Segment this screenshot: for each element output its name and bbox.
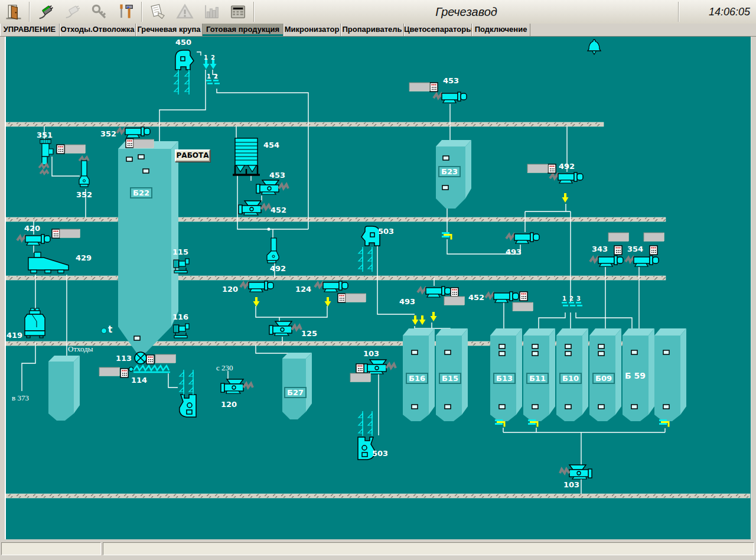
temperature-dot[interactable] [102, 328, 107, 334]
bin-label-b13[interactable]: Б13 [493, 373, 516, 384]
feeder-453-mid[interactable] [256, 180, 288, 194]
indicator-420[interactable] [52, 229, 60, 238]
feeder-125[interactable] [269, 321, 301, 336]
elevator-boot-120[interactable] [180, 395, 196, 417]
conveyor-493-top[interactable] [506, 233, 539, 243]
bin-label-b23[interactable]: Б23 [438, 166, 461, 177]
device-panel-button[interactable] [224, 1, 251, 23]
settings-button[interactable] [112, 1, 139, 23]
level-sensor [631, 405, 637, 409]
bucket-chain-450 [174, 70, 178, 95]
duct-492-mid[interactable] [267, 238, 279, 263]
indicator-352[interactable] [126, 139, 133, 148]
conveyor-453-top[interactable] [434, 92, 467, 103]
bin-label-b27[interactable]: Б27 [284, 387, 307, 398]
screw-114[interactable] [129, 366, 171, 372]
indicator-493-low[interactable] [451, 288, 458, 297]
toolbar-separator [253, 2, 255, 22]
flow-arrow [431, 312, 437, 321]
tab-othody-otvolozhka[interactable]: Отходы.Отволожка [60, 24, 136, 36]
tab-grechnevaya-krupa[interactable]: Гречневая крупа [136, 24, 203, 36]
report-button[interactable] [145, 1, 171, 23]
conveyor-354[interactable] [625, 256, 659, 266]
bin-label-b10[interactable]: Б10 [559, 373, 582, 384]
disconnect-button[interactable] [59, 1, 86, 23]
tabbar-filler [530, 24, 756, 36]
rotary-valve-113[interactable] [135, 352, 146, 364]
bin-label-b59[interactable]: Б 59 [623, 372, 647, 380]
label-452-right: 452 [468, 293, 484, 302]
indicator-114[interactable] [120, 369, 128, 377]
indicator-124[interactable] [338, 294, 346, 302]
machine-352-low[interactable] [79, 157, 89, 187]
key-button[interactable] [86, 1, 112, 23]
elevator-head-503[interactable] [361, 226, 380, 246]
alarm-bell-icon[interactable] [588, 40, 601, 54]
flap-valve-b23[interactable] [442, 232, 451, 240]
toolbar-separator [29, 2, 30, 22]
exit-button[interactable] [0, 1, 27, 23]
tab-proparivatel[interactable]: Пропариватель [341, 24, 404, 36]
bucket-chain-503 [368, 247, 372, 272]
conveyor-420[interactable] [17, 235, 50, 245]
alarms-button[interactable] [171, 1, 198, 23]
indicator-113[interactable] [146, 355, 154, 364]
bin-label-b11[interactable]: Б11 [526, 373, 549, 384]
machine-351[interactable] [39, 139, 53, 174]
elevator-head-450[interactable] [175, 50, 194, 70]
separator-429[interactable] [28, 252, 69, 273]
mini-valve-2[interactable] [213, 80, 220, 84]
level-sensor [532, 351, 538, 356]
conveyor-343[interactable] [590, 256, 623, 266]
display-351 [65, 145, 85, 153]
feeder-230[interactable] [221, 379, 253, 393]
bucket-chain-503 [359, 247, 363, 272]
valve-number-3: 3 [576, 295, 581, 302]
bin-label-b16[interactable]: Б16 [406, 373, 428, 384]
label-493-low: 493 [399, 297, 415, 306]
conveyor-352-top[interactable] [117, 127, 150, 138]
tab-mikronizator[interactable]: Микронизатор [284, 24, 341, 36]
trends-button[interactable] [198, 1, 224, 23]
machine-419[interactable] [25, 308, 45, 338]
indicator-354[interactable] [650, 246, 657, 255]
bin-waste [48, 356, 80, 421]
connect-button[interactable] [32, 1, 59, 23]
sifter-454[interactable] [233, 138, 260, 175]
feeder-103-left[interactable] [364, 360, 396, 374]
bin-label-b15[interactable]: Б15 [439, 373, 461, 384]
level-sensor [565, 351, 571, 356]
tab-podklyuchenie[interactable]: Подключение [472, 24, 530, 36]
feeder-452-mid[interactable] [239, 201, 271, 215]
conveyor-124[interactable] [315, 281, 348, 292]
conveyor-452-right[interactable] [485, 292, 519, 302]
three-way-valve-3[interactable] [576, 302, 582, 307]
tab-upravlenie[interactable]: УПРАВЛЕНИЕ [0, 24, 60, 36]
plant-title: Гречезавод [257, 5, 676, 19]
label-493-top: 493 [506, 248, 522, 256]
conveyor-120[interactable] [240, 281, 273, 292]
tab-bar: УПРАВЛЕНИЕ Отходы.Отволожка Гречневая кр… [0, 24, 756, 37]
mini-valve-1[interactable] [206, 80, 213, 84]
conveyor-492-right[interactable] [550, 172, 583, 183]
indicator-103-left[interactable] [356, 364, 364, 373]
level-sensor [499, 344, 505, 349]
flow-arrow [412, 315, 419, 325]
motor-116[interactable] [174, 324, 189, 338]
motor-115[interactable] [174, 259, 189, 273]
indicator-453-top[interactable] [430, 83, 438, 92]
bin-label-b09[interactable]: Б09 [592, 373, 615, 384]
conveyor-493-low[interactable] [418, 286, 451, 297]
indicator-343[interactable] [614, 246, 622, 255]
indicator-452-right[interactable] [520, 292, 527, 301]
tab-cvetoseparatory[interactable]: Цветосепараторы [404, 24, 472, 36]
indicator-351[interactable] [57, 145, 64, 154]
bin-label-b22[interactable]: Б22 [130, 187, 152, 198]
three-way-valve-2[interactable] [569, 302, 575, 307]
label-124: 124 [295, 285, 311, 294]
three-way-valve-1[interactable] [562, 302, 568, 307]
feeder-103-low[interactable] [560, 465, 592, 479]
label-125: 125 [301, 329, 317, 338]
tab-gotovaya-produkciya[interactable]: Готовая продукция [203, 24, 284, 36]
indicator-492-right[interactable] [548, 164, 556, 173]
